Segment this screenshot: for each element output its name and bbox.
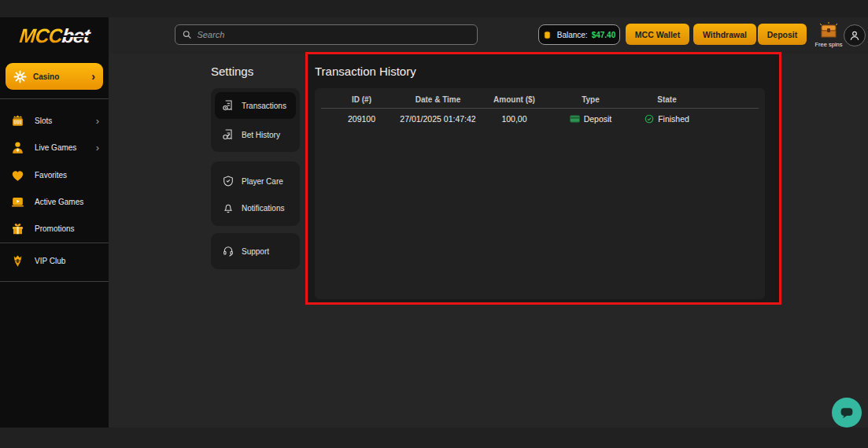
- settings-item-label: Player Care: [242, 177, 283, 186]
- treasure-chest-icon: [819, 22, 838, 39]
- sidebar: Casino › 7 7 7 Slots ›: [0, 54, 109, 428]
- withdrawal-button[interactable]: Withdrawal: [693, 24, 756, 45]
- transaction-amount: 100,00: [476, 114, 552, 124]
- logo-mcc: MCC: [18, 24, 63, 46]
- sidebar-item-label: Active Games: [35, 198, 99, 206]
- deposit-button[interactable]: Deposit: [758, 24, 807, 45]
- table-row[interactable]: 209100 27/01/2025 01:47:42 100,00 Deposi…: [315, 109, 765, 129]
- bell-icon: [221, 202, 235, 215]
- transaction-datetime: 27/01/2025 01:47:42: [400, 114, 476, 124]
- sidebar-item-label: Promotions: [35, 224, 99, 233]
- check-circle-icon: [645, 114, 654, 124]
- sidebar-item-label: Slots: [35, 117, 87, 125]
- receipt-icon: [221, 99, 235, 113]
- search-bar[interactable]: [175, 24, 478, 45]
- mcc-wallet-button[interactable]: MCC Wallet: [626, 24, 689, 45]
- column-header-datetime: Date & Time: [400, 95, 476, 104]
- chevron-right-icon: ›: [96, 116, 99, 126]
- bottom-strip: [0, 428, 868, 448]
- sidebar-item-live-games[interactable]: Live Games ›: [0, 135, 109, 159]
- sidebar-item-label: Live Games: [35, 143, 87, 152]
- column-header-amount: Amount ($): [476, 95, 552, 104]
- heart-icon: [9, 167, 25, 183]
- deposit-card-icon: [570, 115, 580, 123]
- free-spins-button[interactable]: Free spins: [815, 22, 842, 50]
- profile-button[interactable]: [844, 24, 866, 46]
- transaction-table: ID (#) Date & Time Amount ($) Type State…: [315, 88, 765, 299]
- sidebar-item-promotions[interactable]: Promotions: [0, 217, 109, 240]
- shield-check-icon: [221, 175, 235, 188]
- dealer-icon: [9, 139, 25, 155]
- sidebar-item-favorites[interactable]: Favorites: [0, 163, 109, 187]
- svg-text:7: 7: [17, 120, 18, 124]
- settings-title: Settings: [211, 65, 253, 78]
- settings-item-label: Notifications: [242, 204, 284, 213]
- sidebar-item-vip-club[interactable]: VIP Club: [0, 249, 109, 272]
- sidebar-item-slots[interactable]: 7 7 7 Slots ›: [0, 109, 109, 132]
- column-header-type: Type: [552, 95, 629, 104]
- transaction-type-label: Deposit: [584, 114, 612, 124]
- settings-group-care: Player Care Notifications: [211, 161, 300, 226]
- svg-text:7: 7: [19, 120, 20, 124]
- transaction-state: Finished: [629, 114, 705, 124]
- logo[interactable]: MCCbet: [0, 17, 109, 54]
- crown-icon: [9, 253, 25, 268]
- free-spins-label: Free spins: [815, 41, 843, 48]
- sidebar-divider: [0, 281, 109, 282]
- transaction-type: Deposit: [552, 114, 629, 124]
- settings-item-support[interactable]: Support: [215, 238, 296, 265]
- gift-icon: [9, 220, 25, 236]
- column-header-id: ID (#): [323, 95, 400, 104]
- sidebar-item-label: Favorites: [35, 171, 99, 180]
- balance-label: Balance:: [557, 31, 588, 39]
- logo-bet: bet: [61, 24, 90, 46]
- sidebar-divider: [0, 98, 109, 99]
- live-chat-button[interactable]: [832, 398, 862, 428]
- transaction-state-label: Finished: [658, 114, 689, 124]
- person-icon: [848, 29, 861, 42]
- settings-item-bet-history[interactable]: Bet History: [215, 121, 296, 148]
- receipt-edit-icon: [221, 128, 235, 142]
- settings-group-history: Transactions Bet History: [211, 88, 300, 152]
- sidebar-item-label: VIP Club: [35, 257, 99, 265]
- coins-icon: [543, 30, 553, 40]
- settings-item-label: Transactions: [242, 102, 286, 110]
- transaction-id: 209100: [323, 114, 400, 124]
- transaction-history-title: Transaction History: [315, 65, 416, 78]
- settings-item-player-care[interactable]: Player Care: [215, 168, 296, 194]
- search-input[interactable]: [197, 30, 470, 39]
- chevron-right-icon: ›: [96, 143, 99, 153]
- sidebar-item-active-games[interactable]: Active Games: [0, 190, 109, 213]
- page: MCCbet Balance: $47.40 MCC Wallet Withdr…: [0, 0, 868, 448]
- svg-text:7: 7: [14, 120, 16, 124]
- sidebar-divider: [0, 243, 109, 243]
- sidebar-item-label: Casino: [33, 72, 85, 81]
- settings-group-support: Support: [211, 233, 300, 269]
- chevron-right-icon: ›: [91, 71, 95, 82]
- play-screen-icon: [9, 194, 25, 209]
- settings-item-transactions[interactable]: Transactions: [215, 92, 296, 119]
- settings-item-notifications[interactable]: Notifications: [215, 194, 296, 221]
- balance-value: $47.40: [592, 31, 616, 39]
- search-icon: [183, 30, 191, 39]
- table-header-row: ID (#) Date & Time Amount ($) Type State: [315, 88, 765, 108]
- casino-sun-icon: [13, 70, 27, 83]
- logo-text: MCCbet: [18, 24, 90, 47]
- settings-item-label: Bet History: [242, 131, 280, 139]
- slot-machine-icon: 7 7 7: [9, 113, 25, 128]
- chat-bubble-icon: [839, 405, 855, 420]
- settings-item-label: Support: [242, 247, 269, 256]
- column-header-state: State: [629, 95, 705, 104]
- headset-icon: [221, 245, 235, 258]
- balance-pill[interactable]: Balance: $47.40: [538, 24, 620, 45]
- sidebar-item-casino[interactable]: Casino ›: [6, 63, 103, 90]
